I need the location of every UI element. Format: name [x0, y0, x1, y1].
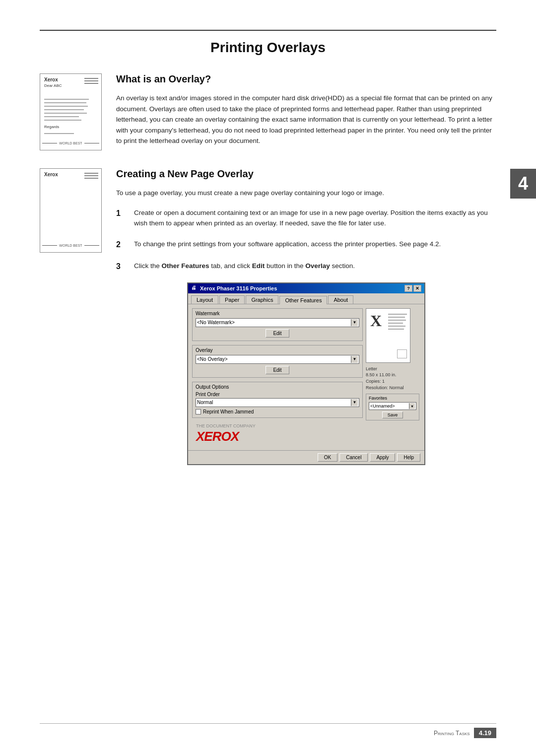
footer-text: Printing Tasks [434, 730, 470, 737]
footer-badge: 4.19 [474, 728, 496, 738]
tab-graphics[interactable]: Graphics [246, 295, 278, 304]
xerox-logo: XEROX [196, 429, 239, 444]
dialog-preview: X [366, 308, 420, 446]
print-order-select[interactable]: Normal ▼ [196, 398, 359, 407]
dialog-tabs: Layout Paper Graphics Other Features Abo… [188, 293, 424, 304]
dialog-title: Xerox Phaser 3116 Properties [200, 285, 277, 291]
watermark-arrow: ▼ [351, 319, 358, 326]
dialog-box[interactable]: 🖨 Xerox Phaser 3116 Properties ? ✕ Layou… [187, 282, 425, 465]
favorites-arrow: ▼ [409, 403, 415, 409]
lh-lines2 [84, 173, 98, 179]
preview-paper: X [366, 308, 410, 363]
printer-icon: 🖨 [191, 285, 198, 292]
lh-footer1: WORLD BEST [40, 141, 101, 145]
step-1: 1 Create or open a document containing t… [116, 207, 496, 229]
dialog-titlebar-buttons: ? ✕ [404, 285, 421, 292]
tab-about[interactable]: About [328, 295, 353, 304]
section2-image: Xerox WORLD BEST [40, 168, 104, 470]
section1-text: What is an Overlay? An overlay is text a… [116, 73, 496, 150]
lh-content-lines: Regards [44, 99, 97, 134]
dialog-close-btn[interactable]: ✕ [413, 285, 421, 292]
dialog-footer: OK Cancel Apply Help [188, 450, 424, 464]
tab-layout[interactable]: Layout [191, 295, 218, 304]
watermark-group: Watermark <No Watermark> ▼ Edit [192, 308, 363, 341]
favorites-select[interactable]: <Unnamed> ▼ [369, 402, 416, 410]
tab-paper[interactable]: Paper [219, 295, 245, 304]
overlay-value: <No Overlay> [197, 356, 228, 362]
steps: 1 Create or open a document containing t… [116, 207, 496, 273]
letterhead-preview2: Xerox WORLD BEST [40, 168, 102, 253]
favorites-label: Favorites [369, 396, 416, 401]
print-order-label: Print Order [196, 392, 359, 397]
section2-title: Creating a New Page Overlay [116, 168, 496, 180]
chapter-number: 4 [518, 173, 528, 194]
page-title: Printing Overlays [40, 40, 496, 56]
watermark-field-row: <No Watermark> ▼ [196, 318, 359, 327]
step3-text: Click the Other Features tab, and click … [134, 261, 355, 272]
favorites-value: <Unnamed> [370, 404, 395, 409]
overlay-btn-row: Edit [196, 366, 359, 374]
overlay-field-row: <No Overlay> ▼ [196, 355, 359, 364]
overlay-label: Overlay [196, 347, 359, 353]
preview-letter: Letter [366, 366, 404, 372]
watermark-edit-btn[interactable]: Edit [266, 329, 289, 338]
step1-num: 1 [116, 207, 127, 219]
preview-lines [388, 314, 407, 330]
preview-info: Letter 8.50 x 11.00 in. Copies: 1 Resolu… [366, 366, 404, 391]
step3-bold3: Overlay [305, 262, 330, 270]
output-label: Output Options [196, 384, 359, 390]
overlay-edit-btn[interactable]: Edit [266, 366, 289, 374]
top-rule [40, 30, 496, 31]
dialog-help-btn[interactable]: ? [404, 285, 412, 292]
preview-x-icon: X [370, 312, 382, 330]
chapter-tab: 4 [510, 169, 536, 199]
dialog-cancel-btn[interactable]: Cancel [339, 453, 368, 462]
lh-lines1 [84, 78, 98, 84]
dialog-help-footer-btn[interactable]: Help [397, 453, 420, 462]
dialog-wrapper: 🖨 Xerox Phaser 3116 Properties ? ✕ Layou… [116, 282, 496, 465]
watermark-btn-row: Edit [196, 329, 359, 338]
preview-size: 8.50 x 11.00 in. [366, 372, 404, 378]
print-order-arrow: ▼ [351, 399, 358, 406]
section2-block: Xerox WORLD BEST Creating a New Page Ove… [40, 168, 496, 470]
preview-copies: Copies: 1 [366, 378, 404, 385]
section1-title: What is an Overlay? [116, 73, 496, 85]
section1-image: Xerox Dear ABC Regards [40, 73, 104, 150]
xerox-tag: THE DOCUMENT COMPANY [196, 424, 256, 429]
output-group: Output Options Print Order Normal ▼ [192, 382, 363, 418]
dialog-ok-btn[interactable]: OK [318, 453, 337, 462]
reprint-row: Reprint When Jammed [196, 409, 359, 414]
overlay-select[interactable]: <No Overlay> ▼ [196, 355, 359, 364]
watermark-value: <No Watermark> [197, 320, 235, 325]
lh-footer2: WORLD BEST [40, 244, 101, 247]
dialog-titlebar: 🖨 Xerox Phaser 3116 Properties ? ✕ [188, 283, 424, 293]
print-order-value: Normal [197, 400, 213, 405]
dialog-body: Watermark <No Watermark> ▼ Edit [188, 304, 424, 450]
lh-dear: Dear ABC [44, 83, 97, 88]
reprint-checkbox[interactable] [196, 409, 201, 414]
tab-other-features[interactable]: Other Features [279, 296, 327, 304]
section2-text: Creating a New Page Overlay To use a pag… [116, 168, 496, 470]
step3-bold2: Edit [252, 262, 265, 270]
step2-text: To change the print settings from your s… [134, 239, 441, 250]
preview-small-rect [397, 349, 407, 358]
preview-resolution: Resolution: Normal [366, 385, 404, 391]
lh-regards: Regards [44, 125, 97, 129]
overlay-arrow: ▼ [351, 356, 358, 363]
dialog-apply-btn[interactable]: Apply [370, 453, 395, 462]
reprint-label: Reprint When Jammed [203, 409, 254, 414]
print-order-row: Normal ▼ [196, 398, 359, 407]
section2-intro: To use a page overlay, you must create a… [116, 188, 496, 199]
step-3: 3 Click the Other Features tab, and clic… [116, 261, 496, 273]
step3-bold1: Other Features [162, 262, 209, 270]
favorites-group: Favorites <Unnamed> ▼ Save [366, 394, 419, 420]
watermark-select[interactable]: <No Watermark> ▼ [196, 318, 359, 327]
overlay-group: Overlay <No Overlay> ▼ Edit [192, 345, 363, 378]
step-2: 2 To change the print settings from your… [116, 239, 496, 251]
xerox-logo-area: THE DOCUMENT COMPANY XEROX [192, 422, 363, 446]
dialog-main: Watermark <No Watermark> ▼ Edit [192, 308, 363, 446]
step3-num: 3 [116, 261, 127, 273]
letterhead-preview1: Xerox Dear ABC Regards [40, 73, 102, 150]
section1-block: Xerox Dear ABC Regards [40, 73, 496, 150]
favorites-save-btn[interactable]: Save [382, 412, 403, 418]
